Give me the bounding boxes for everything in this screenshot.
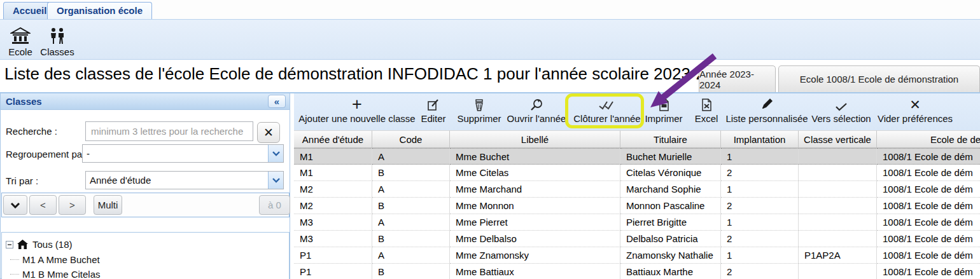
clear-preferences-button[interactable]: ✕ Vider préférences	[874, 95, 956, 129]
table-row[interactable]: M1 B Mme Citelas Citelas Véronique 2 100…	[294, 165, 980, 181]
ribbon-classes-label: Classes	[40, 46, 74, 58]
school-context-button[interactable]: Ecole 1008/1 Ecole de démonstration	[778, 65, 980, 92]
classes-tree: Tous (18) M1 A Mme Buchet M1 B Mme Citel…	[1, 232, 290, 279]
clear-x-icon: ✕	[909, 95, 921, 111]
ribbon-ecole-button[interactable]: Ecole	[0, 24, 41, 58]
column-header[interactable]: Titulaire	[620, 130, 721, 148]
ribbon-classes-button[interactable]: Classes	[37, 24, 78, 58]
column-header[interactable]: Implantation	[721, 130, 799, 148]
table-row[interactable]: M3 A Mme Pierret Pierret Brigitte 1 1008…	[294, 214, 980, 231]
page-title: Liste des classes de l'école Ecole de dé…	[4, 64, 732, 84]
add-class-button[interactable]: + Ajouter une nouvelle classe	[298, 95, 416, 129]
sort-by-label: Tri par :	[6, 175, 38, 186]
table-header-row: Année d'étude Code Libellé Titulaire Imp…	[294, 130, 980, 148]
column-header[interactable]: Classe verticale	[799, 130, 877, 148]
edit-icon	[427, 95, 440, 111]
table-row[interactable]: P1 A Mme Znamonsky Znamonsky Nathalie 1 …	[294, 247, 980, 264]
plus-icon: +	[352, 95, 362, 111]
edit-button[interactable]: Editer	[416, 95, 451, 129]
column-header[interactable]: Code	[372, 130, 450, 148]
chevron-down-icon[interactable]	[268, 145, 283, 162]
search-input[interactable]	[85, 121, 253, 141]
close-year-button[interactable]: Clôturer l'année	[572, 95, 642, 129]
table-row[interactable]: M3 B Mme Delbalso Delbalso Patricia 2 10…	[294, 231, 980, 247]
ribbon-ecole-label: Ecole	[8, 46, 32, 58]
group-by-label: Regroupement par :	[6, 149, 90, 160]
reset-button: à 0	[259, 195, 290, 215]
school-context-label: Ecole 1008/1 Ecole de démonstration	[800, 74, 958, 85]
open-year-button[interactable]: Ouvrir l'année	[508, 95, 565, 129]
sort-by-value: Année d'étude	[86, 172, 268, 189]
group-by-value: -	[83, 145, 268, 162]
table-row[interactable]: P1 B Mme Battiaux Battiaux Marthe 2 1008…	[294, 264, 980, 279]
table-body: M1 A Mme Buchet Buchet Murielle 1 1008/1…	[294, 148, 980, 279]
open-year-icon	[530, 95, 543, 111]
tree-connector	[10, 259, 19, 260]
classes-main-area: + Ajouter une nouvelle classe Editer	[294, 93, 980, 279]
chevron-down-icon	[10, 202, 20, 208]
previous-button[interactable]: <	[29, 195, 57, 215]
table-row[interactable]: M1 A Mme Buchet Buchet Murielle 1 1008/1…	[294, 148, 980, 165]
tree-item-m1b[interactable]: M1 B Mme Citelas	[2, 267, 289, 279]
table-row[interactable]: M2 B Mme Monnon Monnon Pascaline 2 1008/…	[294, 198, 980, 214]
column-header[interactable]: Libellé	[450, 130, 620, 148]
expand-all-button[interactable]	[3, 195, 27, 215]
search-label: Recherche :	[6, 126, 57, 137]
print-button[interactable]: Imprimer	[643, 95, 685, 129]
to-selection-button[interactable]: Vers sélection	[811, 95, 872, 129]
year-context-label: Année 2023-2024	[699, 69, 775, 90]
pager-bar: < > Multi à 0	[1, 193, 290, 217]
top-tab-bar: Accueil Organisation école	[0, 0, 980, 19]
classes-panel-header: Classes «	[1, 93, 290, 110]
excel-button[interactable]: Excel	[687, 95, 725, 129]
classes-panel: Classes « Recherche : ✕ Regroupement par…	[0, 93, 290, 279]
tab-accueil-label: Accueil	[13, 5, 46, 16]
next-button[interactable]: >	[59, 195, 86, 215]
school-icon	[10, 26, 31, 46]
classes-panel-title: Classes	[6, 96, 42, 107]
check-icon	[835, 95, 848, 111]
print-pdf-icon	[659, 95, 669, 111]
chevron-down-icon[interactable]	[268, 172, 283, 189]
tab-organisation-ecole[interactable]: Organisation école	[47, 2, 152, 19]
tree-connector	[10, 274, 19, 275]
sort-by-dropdown[interactable]: Année d'étude	[85, 171, 284, 189]
tab-organisation-ecole-label: Organisation école	[57, 5, 143, 16]
classes-toolbar: + Ajouter une nouvelle classe Editer	[294, 93, 980, 130]
infodidac-window: Accueil Organisation école Ecole	[0, 0, 980, 279]
collapse-node-icon[interactable]	[6, 241, 13, 248]
column-header[interactable]: Ecole de destinat	[877, 130, 980, 148]
custom-list-button[interactable]: Liste personnalisée	[727, 95, 807, 129]
delete-button[interactable]: Supprimer	[451, 95, 508, 129]
multi-button[interactable]: Multi	[94, 195, 122, 215]
double-check-icon	[598, 95, 616, 111]
year-context-button[interactable]: Année 2023-2024	[699, 65, 776, 92]
tree-root-tous[interactable]: Tous (18)	[2, 236, 289, 252]
excel-icon	[701, 95, 712, 111]
table-row[interactable]: M2 A Mme Marchand Marchand Sophie 1 1008…	[294, 181, 980, 198]
tree-item-label: M1 A Mme Buchet	[22, 254, 100, 265]
collapse-panel-icon[interactable]: «	[268, 95, 286, 108]
clear-search-button[interactable]: ✕	[257, 122, 280, 143]
tree-item-m1a[interactable]: M1 A Mme Buchet	[2, 252, 289, 267]
tree-root-label: Tous (18)	[32, 239, 73, 250]
classes-table: Année d'étude Code Libellé Titulaire Imp…	[294, 130, 980, 279]
classes-icon	[48, 26, 67, 46]
group-by-dropdown[interactable]: -	[82, 144, 284, 163]
delete-icon	[474, 95, 484, 111]
ribbon: Ecole Classes	[0, 19, 980, 60]
tree-item-label: M1 B Mme Citelas	[22, 269, 101, 279]
column-header[interactable]: Année d'étude	[294, 130, 372, 148]
clear-search-icon: ✕	[263, 125, 274, 140]
pencil-icon	[760, 95, 774, 111]
home-icon	[17, 240, 28, 249]
